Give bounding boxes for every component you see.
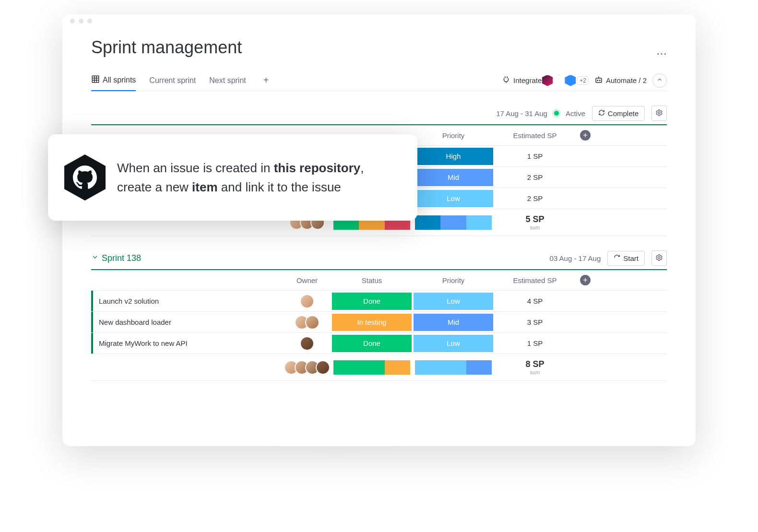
automate-label: Automate / 2 bbox=[606, 76, 647, 84]
app-window: Sprint management ⋯ All sprints Current … bbox=[62, 14, 696, 446]
integration-icon bbox=[542, 75, 553, 86]
owner-cell[interactable] bbox=[283, 291, 331, 311]
priority-cell[interactable]: Low bbox=[414, 293, 493, 310]
column-header-status[interactable]: Status bbox=[331, 270, 413, 290]
traffic-light-dot bbox=[87, 19, 92, 24]
tab-all-sprints[interactable]: All sprints bbox=[91, 70, 136, 91]
column-header-owner[interactable]: Owner bbox=[283, 270, 331, 290]
automation-recipe-card[interactable]: When an issue is created in this reposit… bbox=[48, 134, 417, 221]
automation-recipe-text: When an issue is created in this reposit… bbox=[117, 158, 364, 197]
integration-icon bbox=[565, 75, 576, 86]
svg-rect-0 bbox=[92, 76, 99, 83]
priority-summary-bar bbox=[415, 360, 492, 375]
svg-point-9 bbox=[658, 112, 660, 114]
view-tabs-bar: All sprints Current sprint Next sprint +… bbox=[91, 70, 667, 91]
svg-point-10 bbox=[658, 257, 660, 259]
chevron-up-icon bbox=[656, 76, 663, 85]
start-sprint-button[interactable]: Start bbox=[607, 251, 645, 266]
svg-point-6 bbox=[597, 80, 598, 81]
integration-icon bbox=[553, 75, 565, 86]
button-label: Start bbox=[623, 254, 639, 262]
status-summary-bar bbox=[333, 360, 410, 375]
table-row[interactable]: Migrate MyWork to new API Done Low 1 SP bbox=[91, 333, 667, 354]
table-view-icon bbox=[91, 75, 100, 85]
sprint-name: Sprint 138 bbox=[102, 253, 141, 263]
avatar bbox=[305, 315, 320, 330]
tab-label: Current sprint bbox=[149, 76, 196, 85]
active-status-dot bbox=[554, 111, 559, 116]
task-name-cell[interactable]: Migrate MyWork to new API bbox=[91, 333, 283, 354]
gear-icon bbox=[655, 109, 663, 118]
integrate-label: Integrate bbox=[513, 76, 542, 84]
svg-point-7 bbox=[599, 80, 600, 81]
chevron-down-icon bbox=[91, 253, 99, 263]
summary-row: 8 SPsum bbox=[91, 354, 667, 381]
add-view-button[interactable]: + bbox=[260, 72, 273, 89]
github-icon bbox=[64, 154, 106, 201]
task-name-cell[interactable]: Launch v2 solution bbox=[91, 291, 283, 311]
tab-current-sprint[interactable]: Current sprint bbox=[149, 71, 196, 90]
sp-cell[interactable]: 1 SP bbox=[494, 333, 576, 354]
add-column-button[interactable]: + bbox=[580, 130, 591, 141]
priority-cell[interactable]: Low bbox=[414, 335, 493, 352]
owner-cell[interactable] bbox=[283, 333, 331, 354]
status-cell[interactable]: Done bbox=[332, 335, 412, 352]
sprint-settings-button[interactable] bbox=[651, 106, 667, 121]
sp-sum-label: sum bbox=[530, 369, 540, 375]
status-cell[interactable]: In testing bbox=[332, 314, 412, 331]
sprint-group: Sprint 138 03 Aug - 17 Aug Start Owner S… bbox=[91, 250, 667, 381]
sp-sum-value: 8 SP bbox=[525, 359, 544, 369]
avatar bbox=[300, 336, 314, 351]
automate-button[interactable]: Automate / 2 bbox=[594, 75, 647, 85]
integrate-button[interactable]: Integrate +2 bbox=[502, 75, 589, 86]
refresh-icon bbox=[598, 109, 605, 118]
sp-cell[interactable]: 1 SP bbox=[494, 146, 576, 166]
priority-summary-bar bbox=[415, 215, 492, 230]
sp-sum-label: sum bbox=[530, 225, 540, 230]
column-header-sp[interactable]: Estimated SP bbox=[494, 125, 576, 145]
add-column-button[interactable]: + bbox=[580, 275, 591, 285]
plug-icon bbox=[502, 75, 510, 85]
sp-cell[interactable]: 3 SP bbox=[494, 312, 576, 332]
svg-rect-5 bbox=[596, 78, 602, 83]
sprint-status: Active bbox=[566, 109, 585, 118]
tab-label: Next sprint bbox=[209, 76, 246, 85]
priority-cell[interactable]: Low bbox=[414, 190, 493, 207]
integrations-more-badge: +2 bbox=[577, 76, 589, 85]
complete-sprint-button[interactable]: Complete bbox=[592, 106, 645, 121]
priority-cell[interactable]: High bbox=[414, 148, 493, 165]
priority-cell[interactable]: Mid bbox=[414, 314, 493, 331]
column-header-sp[interactable]: Estimated SP bbox=[494, 270, 576, 290]
sp-cell[interactable]: 2 SP bbox=[494, 167, 576, 188]
owner-avatars bbox=[284, 360, 330, 375]
sp-sum-value: 5 SP bbox=[525, 214, 544, 225]
sp-cell[interactable]: 2 SP bbox=[494, 188, 576, 209]
sp-cell[interactable]: 4 SP bbox=[494, 291, 576, 311]
gear-icon bbox=[655, 254, 663, 263]
column-header-priority[interactable]: Priority bbox=[413, 270, 494, 290]
priority-cell[interactable]: Mid bbox=[414, 169, 493, 186]
table-row[interactable]: Launch v2 solution Done Low 4 SP bbox=[91, 291, 667, 312]
tab-label: All sprints bbox=[103, 76, 136, 84]
sprint-dates: 03 Aug - 17 Aug bbox=[550, 254, 601, 262]
button-label: Complete bbox=[608, 109, 639, 118]
cycle-icon bbox=[614, 254, 620, 262]
sprint-dates: 17 Aug - 31 Aug bbox=[496, 109, 547, 118]
avatar bbox=[300, 294, 314, 308]
owner-cell[interactable] bbox=[283, 312, 331, 332]
collapse-button[interactable] bbox=[652, 73, 667, 88]
more-menu-button[interactable]: ⋯ bbox=[656, 47, 667, 60]
robot-icon bbox=[594, 75, 603, 85]
column-header-priority[interactable]: Priority bbox=[413, 125, 494, 145]
traffic-light-dot bbox=[79, 19, 83, 24]
table-row[interactable]: New dashboard loader In testing Mid 3 SP bbox=[91, 312, 667, 333]
sprint-group-title[interactable]: Sprint 138 bbox=[91, 253, 141, 263]
tab-next-sprint[interactable]: Next sprint bbox=[209, 71, 246, 90]
task-name-cell[interactable]: New dashboard loader bbox=[91, 312, 283, 332]
traffic-light-dot bbox=[70, 19, 75, 24]
status-cell[interactable]: Done bbox=[332, 293, 412, 310]
window-titlebar bbox=[62, 14, 696, 28]
sprint-settings-button[interactable] bbox=[651, 250, 667, 266]
page-title: Sprint management bbox=[91, 37, 242, 58]
